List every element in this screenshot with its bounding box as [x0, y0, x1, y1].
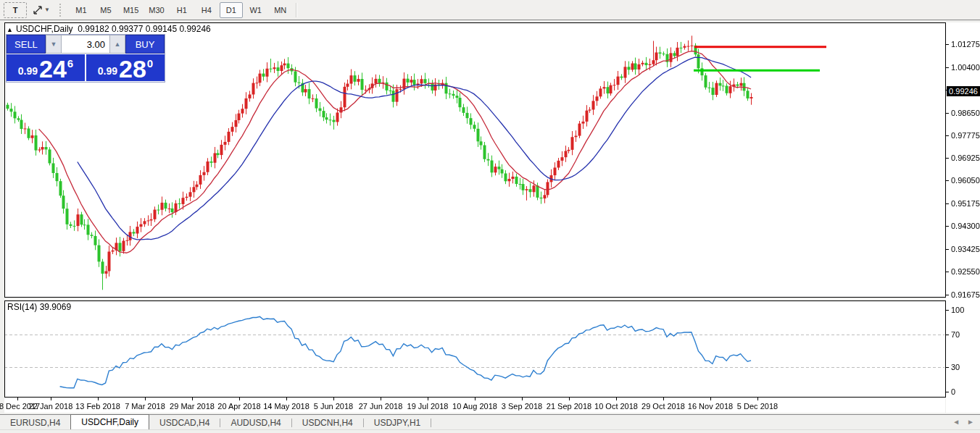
- date-axis-label: 27 Jun 2018: [359, 402, 403, 411]
- timeframe-button-M1[interactable]: M1: [70, 2, 93, 18]
- rsi-axis-label: 100: [951, 306, 964, 314]
- buy-quote-button[interactable]: 0.99 28 0: [86, 54, 165, 81]
- volume-increase-button[interactable]: ▲: [109, 35, 125, 54]
- date-axis-label: 14 May 2018: [263, 402, 310, 411]
- date-axis-label: 7 Mar 2018: [125, 402, 165, 411]
- price-axis-label: 1.00400: [951, 63, 980, 72]
- price-axis-label: 0.92550: [951, 267, 980, 276]
- timeframe-button-MN[interactable]: MN: [269, 2, 292, 18]
- toolbar: T ▼ M1M5M15M30H1H4D1W1MN: [0, 0, 980, 20]
- date-axis-label: 5 Dec 2018: [737, 402, 778, 411]
- terminal-window: T ▼ M1M5M15M30H1H4D1W1MN ▲USDCHF,Daily 0…: [0, 0, 980, 433]
- date-axis-label: 10 Aug 2018: [452, 402, 497, 411]
- tab-scroll-left-icon[interactable]: ◄: [952, 418, 960, 426]
- chart-tab-usdjpy[interactable]: USDJPY,H1: [364, 415, 431, 430]
- toolbar-separator: [296, 3, 296, 17]
- timeframe-button-W1[interactable]: W1: [244, 2, 267, 18]
- price-axis-label: 0.97775: [951, 131, 980, 140]
- date-axis-label: 20 Apr 2018: [217, 402, 260, 411]
- timeframe-button-H4[interactable]: H4: [195, 2, 218, 18]
- sell-button[interactable]: SELL: [7, 35, 46, 54]
- tab-scroll-right-icon[interactable]: ►: [967, 418, 974, 426]
- rsi-axis-label: 70: [951, 330, 960, 339]
- date-axis-label: 22 Jan 2018: [29, 402, 73, 411]
- buy-button[interactable]: BUY: [125, 35, 165, 54]
- timeframe-button-M30[interactable]: M30: [144, 2, 168, 18]
- date-axis-label: 5 Jun 2018: [314, 402, 353, 411]
- one-click-trading-panel: SELL ▼ ▲ BUY 0.99 24 6 0.99 28 0: [6, 34, 165, 83]
- chart-tab-usdcnh[interactable]: USDCNH,H4: [292, 415, 363, 430]
- rsi-axis-label: 0: [951, 387, 955, 396]
- chart-tab-bar: EURUSD,H4USDCHF,DailyUSDCAD,H4AUDUSD,H4U…: [0, 414, 980, 430]
- price-axis-label: 0.98650: [951, 109, 980, 117]
- date-axis-label: 29 Oct 2018: [641, 402, 685, 411]
- timeframe-button-D1[interactable]: D1: [220, 2, 243, 18]
- volume-input[interactable]: [62, 35, 109, 54]
- cursor-arrows-tool-button[interactable]: ▼: [28, 2, 54, 18]
- chart-title: ▲USDCHF,Daily 0.99182 0.99377 0.99145 0.…: [7, 24, 211, 34]
- date-axis-label: 13 Feb 2018: [75, 402, 120, 411]
- rsi-axis-label: 30: [951, 363, 960, 371]
- timeframe-button-M15[interactable]: M15: [119, 2, 143, 18]
- sell-quote-button[interactable]: 0.99 24 6: [7, 54, 85, 81]
- date-axis-label: 29 Mar 2018: [170, 402, 215, 411]
- date-axis-label: 21 Sep 2018: [547, 402, 591, 411]
- buy-price-point: 0: [147, 57, 153, 70]
- date-axis-label: 3 Sep 2018: [502, 402, 542, 411]
- tab-scroll-arrows: ◄ ►: [952, 418, 974, 426]
- timeframe-button-H1[interactable]: H1: [170, 2, 194, 18]
- sell-price-prefix: 0.99: [18, 65, 38, 77]
- price-axis-label: 0.96925: [951, 154, 980, 162]
- toolbar-grip[interactable]: [59, 4, 65, 17]
- price-axis-label: 0.91675: [951, 290, 980, 299]
- volume-decrease-button[interactable]: ▼: [46, 35, 62, 54]
- rsi-indicator-label: RSI(14) 39.9069: [7, 302, 71, 312]
- current-price-tag: 0.99246: [947, 86, 980, 96]
- status-strip: [0, 429, 980, 433]
- price-axis-label: 0.94300: [951, 222, 980, 230]
- buy-price-prefix: 0.99: [98, 65, 117, 77]
- date-axis-label: 10 Oct 2018: [594, 402, 638, 411]
- chevron-down-icon[interactable]: ▼: [44, 7, 50, 13]
- chart-tab-eurusd[interactable]: EURUSD,H4: [0, 415, 70, 430]
- chart-tab-usdchf[interactable]: USDCHF,Daily: [70, 414, 149, 430]
- timeframe-button-M5[interactable]: M5: [94, 2, 117, 18]
- chart-ohlc-values: 0.99182 0.99377 0.99145 0.99246: [78, 24, 211, 34]
- timeframe-button-group: M1M5M15M30H1H4D1W1MN: [69, 2, 293, 18]
- chart-symbol-period: USDCHF,Daily: [16, 24, 73, 34]
- price-axis-label: 0.93425: [951, 245, 980, 253]
- date-axis-label: 19 Jul 2018: [407, 402, 449, 411]
- sell-price-pips: 24: [39, 58, 67, 80]
- tab-separator: [431, 419, 431, 427]
- price-axis-label: 0.95175: [951, 199, 980, 208]
- sell-price-point: 6: [67, 57, 73, 70]
- diagonal-arrows-icon: [33, 5, 43, 15]
- chart-tab-audusd[interactable]: AUDUSD,H4: [220, 415, 291, 430]
- buy-price-pips: 28: [119, 58, 146, 80]
- text-tool-button[interactable]: T: [4, 2, 27, 18]
- chart-tab-usdcad[interactable]: USDCAD,H4: [149, 415, 220, 430]
- price-axis-label: 0.96050: [951, 176, 980, 185]
- price-axis-label: 1.01275: [951, 40, 980, 49]
- date-axis-label: 16 Nov 2018: [688, 402, 733, 411]
- panel-toggle-icon[interactable]: ▲: [7, 26, 13, 33]
